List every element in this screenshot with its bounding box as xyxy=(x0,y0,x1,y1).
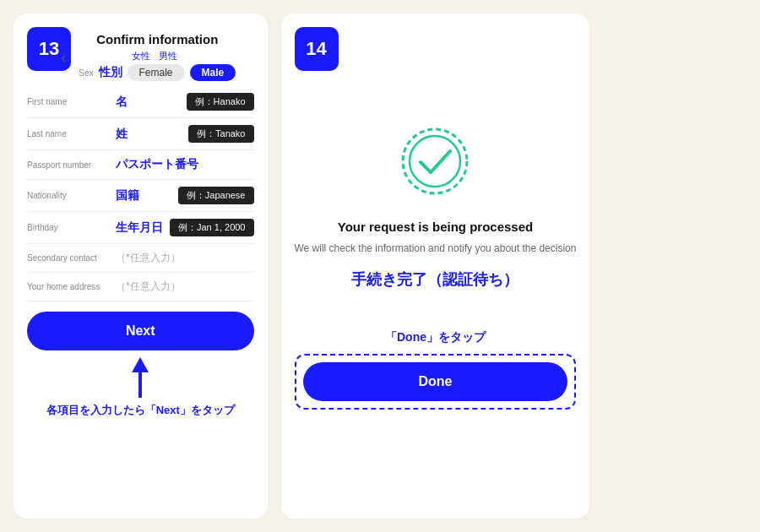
sex-label-en: Sex xyxy=(79,68,93,78)
nationality-label-en: Nationality xyxy=(27,191,116,200)
step-14-badge: 14 xyxy=(295,27,339,71)
done-button-wrapper: Done xyxy=(295,354,577,410)
lastname-label-jp: 姓 xyxy=(116,127,128,142)
sex-label-jp: 性別 xyxy=(99,65,122,80)
nationality-label-jp: 国籍 xyxy=(116,188,139,204)
nationality-value[interactable]: 例：Japanese xyxy=(178,187,254,204)
lastname-value[interactable]: 例：Tanako xyxy=(188,125,253,143)
gender-options-female-jp: 女性 xyxy=(132,50,150,62)
completion-text: 手続き完了（認証待ち） xyxy=(351,269,518,290)
birthday-label-jp: 生年月日 xyxy=(116,220,163,236)
form-fields: First name 名 例：Hanako Last name 姓 例：Tana… xyxy=(27,86,254,301)
arrow-up-icon xyxy=(132,357,149,372)
male-button[interactable]: Male xyxy=(190,64,236,81)
check-circle-icon xyxy=(397,123,473,199)
right-panel: 14 Your request is being processed We wi… xyxy=(281,14,590,518)
home-address-label-en: Your home address xyxy=(27,282,116,291)
passport-label-jp: パスポート番号 xyxy=(116,157,198,172)
next-arrow xyxy=(27,357,254,398)
birthday-label-en: Birthday xyxy=(27,223,116,232)
next-instruction: 各項目を入力したら「Next」をタップ xyxy=(27,403,254,418)
arrow-stem xyxy=(138,372,142,398)
lastname-label-en: Last name xyxy=(27,129,116,138)
passport-label-en: Passport number xyxy=(27,160,116,170)
birthday-value[interactable]: 例：Jan 1, 2000 xyxy=(170,219,254,236)
processing-desc: We will check the information and notify… xyxy=(295,241,577,256)
secondary-contact-label-en: Secondary contact xyxy=(27,253,116,263)
done-button[interactable]: Done xyxy=(303,362,568,401)
firstname-value[interactable]: 例：Hanako xyxy=(187,93,254,111)
passport-row: Passport number パスポート番号 xyxy=(27,150,254,180)
firstname-row: First name 名 例：Hanako xyxy=(27,86,254,118)
female-button[interactable]: Female xyxy=(128,64,185,81)
birthday-row: Birthday 生年月日 例：Jan 1, 2000 xyxy=(27,212,254,244)
back-button[interactable]: ‹ xyxy=(61,49,66,67)
form-title: Confirm information xyxy=(96,32,218,46)
done-instruction: 「Done」をタップ xyxy=(385,330,486,345)
gender-options-male-jp: 男性 xyxy=(159,50,177,62)
next-button[interactable]: Next xyxy=(27,312,254,350)
secondary-contact-optional: （*任意入力） xyxy=(116,251,181,265)
lastname-row: Last name 姓 例：Tanako xyxy=(27,118,254,150)
left-panel: 13 ‹ Confirm information 女性 男性 Sex 性別 Fe… xyxy=(14,14,268,518)
home-address-optional: （*任意入力） xyxy=(116,280,181,294)
svg-point-0 xyxy=(403,129,467,193)
firstname-label-en: First name xyxy=(27,97,116,106)
secondary-contact-row: Secondary contact （*任意入力） xyxy=(27,244,254,273)
processing-title: Your request is being processed xyxy=(338,220,533,234)
home-address-row: Your home address （*任意入力） xyxy=(27,273,254,301)
svg-point-1 xyxy=(410,136,460,187)
firstname-label-jp: 名 xyxy=(116,95,128,110)
nationality-row: Nationality 国籍 例：Japanese xyxy=(27,180,254,212)
